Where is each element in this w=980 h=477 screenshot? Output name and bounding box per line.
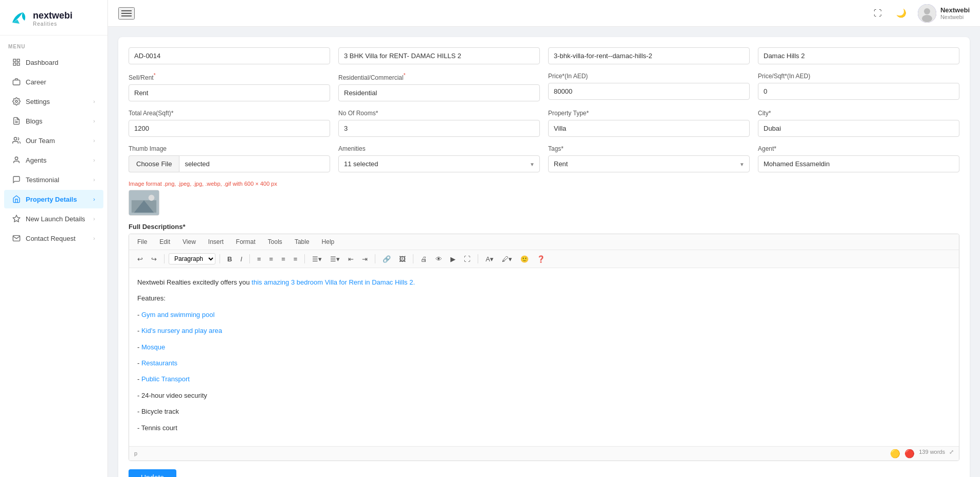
field-location bbox=[758, 47, 959, 64]
menu-view[interactable]: View bbox=[180, 237, 198, 246]
grid-icon bbox=[12, 58, 21, 66]
amenities-select[interactable]: 11 selected bbox=[338, 155, 540, 172]
align-center-button[interactable]: ≡ bbox=[266, 254, 277, 264]
no-of-rooms-input[interactable] bbox=[338, 120, 540, 137]
sell-rent-input[interactable] bbox=[129, 84, 330, 101]
menu-format[interactable]: Format bbox=[234, 237, 258, 246]
update-button[interactable]: Update bbox=[129, 469, 176, 477]
sidebar-item-label: Settings bbox=[26, 98, 50, 105]
thumb-preview bbox=[129, 190, 159, 216]
city-label: City* bbox=[758, 110, 959, 117]
field-property-type: Property Type* bbox=[548, 110, 750, 137]
selected-text: selected bbox=[185, 160, 209, 168]
header-right: ⛶ 🌙 Nextwebi Nextwebi bbox=[870, 4, 970, 23]
toolbar-sep-5 bbox=[375, 254, 375, 263]
media-button[interactable]: ▶ bbox=[447, 254, 459, 264]
user-icon bbox=[12, 156, 21, 164]
choose-file-button[interactable]: Choose File bbox=[129, 155, 179, 172]
indent-button[interactable]: ⇥ bbox=[359, 254, 371, 264]
menu-table[interactable]: Table bbox=[293, 237, 312, 246]
city-input[interactable] bbox=[758, 120, 959, 137]
bold-button[interactable]: B bbox=[224, 254, 235, 264]
menu-label: MENU bbox=[0, 36, 107, 52]
paragraph-style-select[interactable]: Paragraph Heading 1 Heading 2 bbox=[169, 253, 215, 264]
full-descriptions-label: Full Descriptions* bbox=[129, 223, 186, 231]
menu-help[interactable]: Help bbox=[320, 237, 337, 246]
sidebar-item-our-team[interactable]: Our Team › bbox=[4, 131, 103, 150]
menu-insert[interactable]: Insert bbox=[206, 237, 226, 246]
sidebar-item-agents[interactable]: Agents › bbox=[4, 151, 103, 169]
agent-input[interactable] bbox=[758, 155, 959, 172]
field-agent: Agent* bbox=[758, 145, 959, 172]
sidebar-item-property-details[interactable]: Property Details › bbox=[4, 190, 103, 208]
sidebar-item-testimonial[interactable]: Testimonial › bbox=[4, 170, 103, 189]
sidebar-item-new-launch[interactable]: New Launch Details › bbox=[4, 209, 103, 228]
svg-point-13 bbox=[922, 15, 932, 22]
print-button[interactable]: 🖨 bbox=[418, 254, 430, 264]
fullscreen-editor-button[interactable]: ⛶ bbox=[461, 254, 474, 264]
total-area-label: Total Area(Sqft)* bbox=[129, 110, 330, 117]
undo-button[interactable]: ↩ bbox=[134, 254, 146, 264]
logo-area: nextwebi Realities bbox=[0, 0, 107, 36]
align-left-button[interactable]: ≡ bbox=[254, 254, 264, 264]
align-right-button[interactable]: ≡ bbox=[278, 254, 288, 264]
sidebar-item-career[interactable]: Career bbox=[4, 73, 103, 91]
sidebar-item-label: Career bbox=[26, 78, 46, 86]
redo-button[interactable]: ↪ bbox=[148, 254, 160, 264]
menu-tools[interactable]: Tools bbox=[266, 237, 284, 246]
form-row-4: Thumb Image Choose File selected Ameniti… bbox=[129, 145, 959, 172]
hamburger-button[interactable] bbox=[118, 7, 135, 20]
menu-edit[interactable]: Edit bbox=[157, 237, 172, 246]
residential-commercial-input[interactable] bbox=[338, 84, 540, 101]
outdent-button[interactable]: ⇤ bbox=[345, 254, 357, 264]
chevron-right-icon: › bbox=[93, 137, 95, 144]
user-profile[interactable]: Nextwebi Nextwebi bbox=[918, 4, 970, 23]
bullet-list-button[interactable]: ☰▾ bbox=[309, 254, 325, 264]
menu-file[interactable]: File bbox=[135, 237, 149, 246]
settings-icon bbox=[12, 97, 21, 105]
fullscreen-button[interactable]: ⛶ bbox=[870, 6, 885, 21]
sidebar-item-dashboard[interactable]: Dashboard bbox=[4, 53, 103, 72]
editor-footer-tag: p bbox=[134, 450, 137, 456]
svg-rect-0 bbox=[13, 59, 16, 62]
feature-3: - Mosque bbox=[137, 341, 951, 353]
sidebar-item-settings[interactable]: Settings › bbox=[4, 92, 103, 111]
preview-button[interactable]: 👁 bbox=[432, 254, 445, 264]
emoji-button[interactable]: 🙂 bbox=[517, 254, 532, 264]
property-id-input[interactable] bbox=[129, 47, 330, 64]
highlight-button[interactable]: 🖊▾ bbox=[499, 254, 515, 264]
link-button[interactable]: 🔗 bbox=[379, 254, 394, 264]
property-name-input[interactable] bbox=[338, 47, 540, 64]
price-sqft-input[interactable] bbox=[758, 83, 959, 100]
sidebar-item-label: Contact Request bbox=[26, 235, 76, 242]
slug-input[interactable] bbox=[548, 47, 750, 64]
svg-point-9 bbox=[15, 157, 17, 160]
sidebar-item-blogs[interactable]: Blogs › bbox=[4, 112, 103, 130]
align-justify-button[interactable]: ≡ bbox=[291, 254, 301, 264]
sidebar-item-contact-request[interactable]: Contact Request › bbox=[4, 229, 103, 248]
editor-content[interactable]: Nextwebi Realties excitedly offers you t… bbox=[129, 268, 959, 446]
svg-rect-2 bbox=[13, 63, 16, 65]
toolbar-sep-2 bbox=[220, 254, 220, 263]
property-type-input[interactable] bbox=[548, 120, 750, 137]
editor-features-label: Features: bbox=[137, 292, 951, 304]
location-input[interactable] bbox=[758, 47, 959, 64]
thumb-image-label: Thumb Image bbox=[129, 145, 330, 152]
total-area-input[interactable] bbox=[129, 120, 330, 137]
help-toolbar-button[interactable]: ❓ bbox=[534, 254, 548, 264]
font-color-button[interactable]: A▾ bbox=[482, 254, 497, 264]
italic-button[interactable]: I bbox=[237, 254, 245, 264]
price-input[interactable] bbox=[548, 83, 750, 100]
feature-1: - Gym and swimming pool bbox=[137, 309, 951, 321]
svg-point-5 bbox=[15, 100, 17, 102]
field-slug bbox=[548, 47, 750, 64]
tags-select[interactable]: Rent bbox=[548, 155, 750, 172]
feature-6: - 24-hour video security bbox=[137, 390, 951, 401]
theme-toggle-button[interactable]: 🌙 bbox=[893, 5, 910, 21]
image-button[interactable]: 🖼 bbox=[396, 254, 409, 264]
top-header: ⛶ 🌙 Nextwebi Nextwebi bbox=[108, 0, 980, 27]
editor-footer-icons: 🟡 🔴 139 words ⤢ bbox=[890, 449, 954, 458]
main-container: ⛶ 🌙 Nextwebi Nextwebi bbox=[108, 0, 980, 477]
numbered-list-button[interactable]: ☰▾ bbox=[327, 254, 343, 264]
star-icon bbox=[12, 215, 21, 223]
